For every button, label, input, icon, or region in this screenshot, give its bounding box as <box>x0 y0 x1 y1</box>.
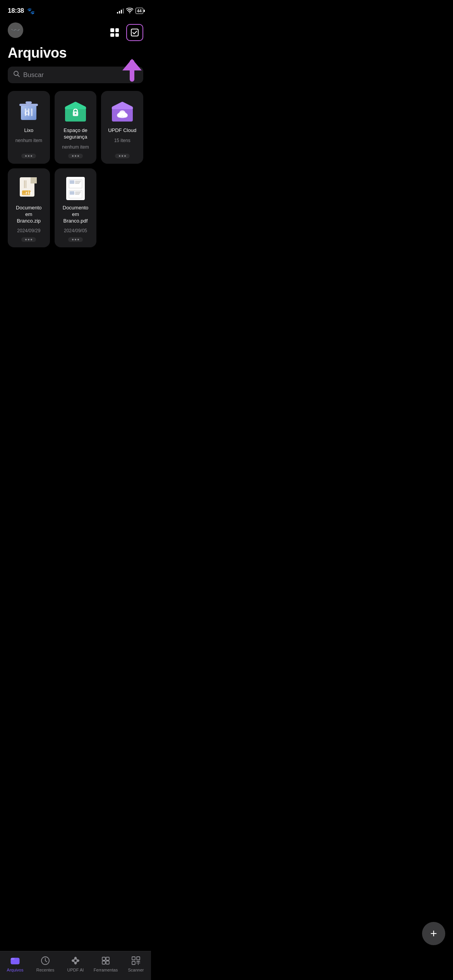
battery-icon: 44 <box>136 8 143 14</box>
file-branco-zip-name: Documento em Branco.zip <box>13 205 45 224</box>
svg-rect-32 <box>70 191 74 195</box>
file-branco-pdf-more[interactable] <box>68 237 83 242</box>
file-branco-zip[interactable]: .zip Documento em Branco.zip 2024/09/29 <box>8 168 50 248</box>
folder-seguranca-more[interactable] <box>68 154 83 158</box>
file-branco-zip-more[interactable] <box>21 237 36 242</box>
svg-point-16 <box>119 110 125 116</box>
folder-lixo-more[interactable] <box>21 154 36 158</box>
wifi-icon <box>126 8 133 14</box>
folder-lixo-name: Lixo <box>24 127 33 134</box>
header-row: 〰️ <box>0 19 151 41</box>
svg-rect-9 <box>26 101 32 104</box>
svg-text:♻: ♻ <box>24 109 30 117</box>
status-time: 18:38 <box>8 7 24 15</box>
annotation-arrow <box>118 54 146 87</box>
zip-file-icon: .zip <box>16 176 41 201</box>
search-icon <box>13 70 20 79</box>
svg-line-2 <box>18 75 20 77</box>
trash-folder-icon: ♻ <box>16 99 41 123</box>
svg-rect-0 <box>131 29 138 36</box>
svg-rect-8 <box>19 104 38 106</box>
svg-rect-26 <box>70 180 74 184</box>
svg-point-12 <box>75 113 76 114</box>
folder-lixo-meta: nenhum item <box>15 138 42 143</box>
svg-rect-7 <box>31 108 33 116</box>
folder-updf-cloud-name: UPDF Cloud <box>108 127 136 134</box>
folder-updf-cloud-more[interactable] <box>115 154 130 158</box>
file-branco-pdf-meta: 2024/09/05 <box>64 228 87 233</box>
signal-icon <box>117 8 124 14</box>
svg-text:.zip: .zip <box>23 191 32 195</box>
file-branco-pdf[interactable]: Documento em Branco.pdf 2024/09/05 <box>55 168 97 248</box>
pdf-file-icon <box>63 176 88 201</box>
checkbox-icon <box>130 28 139 37</box>
grid-icon <box>110 28 119 37</box>
folder-lixo[interactable]: ♻ Lixo nenhum item <box>8 91 50 164</box>
files-grid: .zip Documento em Branco.zip 2024/09/29 <box>0 164 151 248</box>
folder-updf-cloud-meta: 15 itens <box>114 138 130 143</box>
folder-seguranca-meta: nenhum item <box>62 144 89 150</box>
folder-updf-cloud[interactable]: UPDF Cloud 15 itens <box>101 91 143 164</box>
folders-grid: ♻ Lixo nenhum item <box>0 91 151 164</box>
folder-seguranca-name: Espaço de segurança <box>60 127 91 140</box>
select-mode-button[interactable] <box>126 24 143 41</box>
paw-icon: 🐾 <box>27 7 35 15</box>
cloud-folder-icon <box>110 99 135 123</box>
folder-seguranca[interactable]: Espaço de segurança nenhum item <box>55 91 97 164</box>
status-icons: 44 <box>117 8 143 14</box>
grid-view-button[interactable] <box>108 26 122 39</box>
header-actions <box>108 24 143 41</box>
file-branco-pdf-name: Documento em Branco.pdf <box>60 205 91 224</box>
status-bar: 18:38 🐾 44 <box>0 0 151 19</box>
lock-folder-icon <box>63 99 88 123</box>
avatar[interactable]: 〰️ <box>8 22 23 38</box>
search-placeholder: Buscar <box>23 71 44 79</box>
file-branco-zip-meta: 2024/09/29 <box>17 228 40 233</box>
svg-rect-18 <box>31 177 37 183</box>
